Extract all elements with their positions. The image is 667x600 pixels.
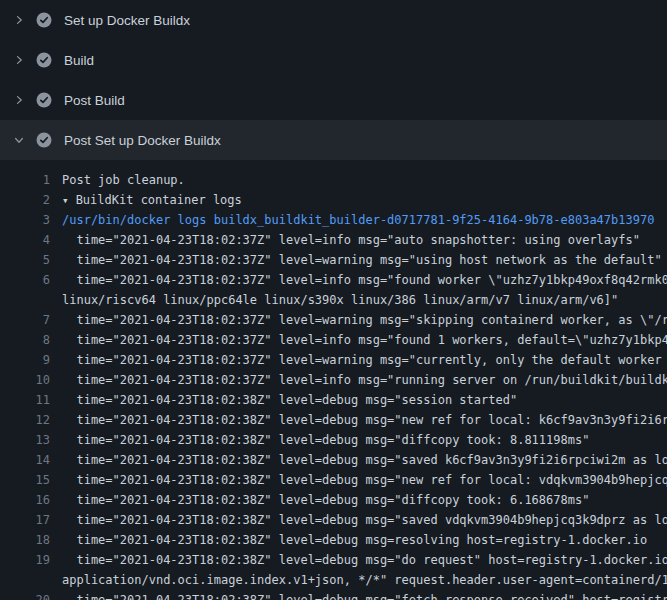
- actions-log-viewer: Set up Docker Buildx Build Post Build Po…: [0, 0, 667, 600]
- line-text: time="2021-04-23T18:02:37Z" level=info m…: [62, 370, 667, 390]
- line-number[interactable]: 14: [0, 450, 50, 470]
- step-row-post-build[interactable]: Post Build: [0, 80, 667, 120]
- step-row-post-set-up-docker-buildx[interactable]: Post Set up Docker Buildx: [0, 120, 667, 160]
- log-line-group-header: 2 ▾BuildKit container logs: [0, 190, 667, 210]
- line-text: time="2021-04-23T18:02:38Z" level=debug …: [62, 510, 667, 530]
- line-number: [0, 570, 50, 590]
- log-line: 20 time="2021-04-23T18:02:38Z" level=deb…: [0, 590, 667, 600]
- line-number[interactable]: 10: [0, 370, 50, 390]
- log-line: 7 time="2021-04-23T18:02:37Z" level=warn…: [0, 310, 667, 330]
- line-number[interactable]: 17: [0, 510, 50, 530]
- line-text: time="2021-04-23T18:02:38Z" level=debug …: [62, 530, 647, 550]
- line-text-command: /usr/bin/docker logs buildx_buildkit_bui…: [62, 210, 654, 230]
- line-text: Post job cleanup.: [62, 170, 185, 190]
- log-line: 1 Post job cleanup.: [0, 170, 667, 190]
- chevron-right-icon: [12, 93, 26, 107]
- line-number[interactable]: 8: [0, 330, 50, 350]
- check-circle-icon: [36, 52, 52, 68]
- check-circle-icon: [36, 12, 52, 28]
- line-number[interactable]: 18: [0, 530, 50, 550]
- step-row-set-up-docker-buildx[interactable]: Set up Docker Buildx: [0, 0, 667, 40]
- log-line: 9 time="2021-04-23T18:02:37Z" level=warn…: [0, 350, 667, 370]
- line-text: time="2021-04-23T18:02:37Z" level=info m…: [62, 230, 640, 250]
- line-number[interactable]: 20: [0, 590, 50, 600]
- line-text: time="2021-04-23T18:02:37Z" level=warnin…: [62, 250, 662, 270]
- log-line: 11 time="2021-04-23T18:02:38Z" level=deb…: [0, 390, 667, 410]
- check-circle-icon: [36, 92, 52, 108]
- chevron-right-icon: [12, 53, 26, 67]
- line-number[interactable]: 11: [0, 390, 50, 410]
- line-text: time="2021-04-23T18:02:37Z" level=info m…: [62, 330, 667, 350]
- chevron-down-icon: [12, 133, 26, 147]
- log-line: 12 time="2021-04-23T18:02:38Z" level=deb…: [0, 410, 667, 430]
- line-text: time="2021-04-23T18:02:38Z" level=debug …: [62, 450, 667, 470]
- step-label: Set up Docker Buildx: [64, 13, 190, 28]
- log-line: 6 time="2021-04-23T18:02:37Z" level=info…: [0, 270, 667, 290]
- log-line: 10 time="2021-04-23T18:02:37Z" level=inf…: [0, 370, 667, 390]
- group-toggle-icon[interactable]: ▾: [62, 194, 69, 207]
- line-number[interactable]: 15: [0, 470, 50, 490]
- line-text: time="2021-04-23T18:02:37Z" level=warnin…: [62, 310, 667, 330]
- line-number[interactable]: 16: [0, 490, 50, 510]
- log-output: 1 Post job cleanup. 2 ▾BuildKit containe…: [0, 160, 667, 600]
- log-line-wrap: linux/riscv64 linux/ppc64le linux/s390x …: [0, 290, 667, 310]
- line-text: time="2021-04-23T18:02:38Z" level=debug …: [62, 430, 589, 450]
- line-text: linux/riscv64 linux/ppc64le linux/s390x …: [62, 290, 618, 310]
- step-row-build[interactable]: Build: [0, 40, 667, 80]
- line-text: time="2021-04-23T18:02:38Z" level=debug …: [62, 590, 667, 600]
- line-text: time="2021-04-23T18:02:38Z" level=debug …: [62, 470, 667, 490]
- line-number[interactable]: 19: [0, 550, 50, 570]
- line-text: time="2021-04-23T18:02:37Z" level=info m…: [62, 270, 667, 290]
- check-circle-icon: [36, 132, 52, 148]
- line-text: ▾BuildKit container logs: [62, 190, 242, 210]
- step-label: Post Build: [64, 93, 125, 108]
- line-text: time="2021-04-23T18:02:37Z" level=warnin…: [62, 350, 667, 370]
- line-number[interactable]: 1: [0, 170, 50, 190]
- log-line: 8 time="2021-04-23T18:02:37Z" level=info…: [0, 330, 667, 350]
- chevron-right-icon: [12, 13, 26, 27]
- log-line-wrap: application/vnd.oci.image.index.v1+json,…: [0, 570, 667, 590]
- log-line: 3 /usr/bin/docker logs buildx_buildkit_b…: [0, 210, 667, 230]
- line-number[interactable]: 5: [0, 250, 50, 270]
- step-label: Build: [64, 53, 94, 68]
- group-title[interactable]: BuildKit container logs: [76, 193, 242, 207]
- line-text: time="2021-04-23T18:02:38Z" level=debug …: [62, 410, 667, 430]
- line-number[interactable]: 13: [0, 430, 50, 450]
- step-label: Post Set up Docker Buildx: [64, 133, 221, 148]
- log-line: 15 time="2021-04-23T18:02:38Z" level=deb…: [0, 470, 667, 490]
- line-text: application/vnd.oci.image.index.v1+json,…: [62, 570, 667, 590]
- log-line: 5 time="2021-04-23T18:02:37Z" level=warn…: [0, 250, 667, 270]
- log-line: 13 time="2021-04-23T18:02:38Z" level=deb…: [0, 430, 667, 450]
- line-text: time="2021-04-23T18:02:38Z" level=debug …: [62, 490, 589, 510]
- log-line: 4 time="2021-04-23T18:02:37Z" level=info…: [0, 230, 667, 250]
- line-text: time="2021-04-23T18:02:38Z" level=debug …: [62, 390, 517, 410]
- line-text: time="2021-04-23T18:02:38Z" level=debug …: [62, 550, 667, 570]
- line-number[interactable]: 2: [0, 190, 50, 210]
- log-line: 16 time="2021-04-23T18:02:38Z" level=deb…: [0, 490, 667, 510]
- log-line: 19 time="2021-04-23T18:02:38Z" level=deb…: [0, 550, 667, 570]
- line-number[interactable]: 3: [0, 210, 50, 230]
- log-line: 17 time="2021-04-23T18:02:38Z" level=deb…: [0, 510, 667, 530]
- line-number[interactable]: 12: [0, 410, 50, 430]
- line-number: [0, 290, 50, 310]
- line-number[interactable]: 7: [0, 310, 50, 330]
- line-number[interactable]: 9: [0, 350, 50, 370]
- line-number[interactable]: 6: [0, 270, 50, 290]
- line-number[interactable]: 4: [0, 230, 50, 250]
- log-line: 14 time="2021-04-23T18:02:38Z" level=deb…: [0, 450, 667, 470]
- log-line: 18 time="2021-04-23T18:02:38Z" level=deb…: [0, 530, 667, 550]
